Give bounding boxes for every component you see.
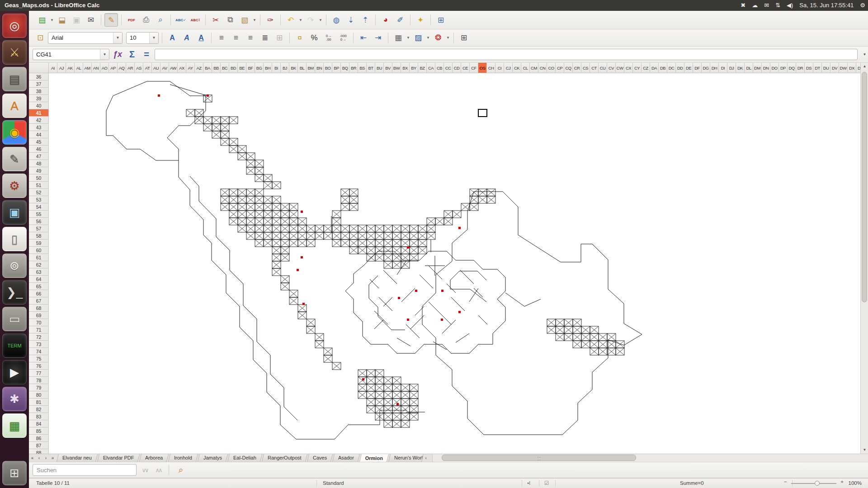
sheet-tab-elvandar-neu[interactable]: Elvandar neu	[57, 454, 98, 462]
auto-spellcheck-button[interactable]: ABC⌇	[189, 13, 202, 27]
column-header-BQ[interactable]: BQ	[341, 63, 349, 73]
cloud-sync-icon[interactable]: ☁	[752, 0, 758, 11]
column-header-CW[interactable]: CW	[616, 63, 624, 73]
column-header-AT[interactable]: AT	[143, 63, 152, 73]
column-header-AL[interactable]: AL	[75, 63, 83, 73]
launcher-security-shield[interactable]: ⚔	[2, 40, 27, 65]
window-titlebar[interactable]: Geas_Maps.ods - LibreOffice Calc ✖ ☁ ✉ ⇅…	[0, 0, 868, 11]
column-header-DL[interactable]: DL	[745, 63, 753, 73]
row-header-77[interactable]: 77	[29, 370, 48, 377]
column-headers[interactable]: AIAJAKALAMANAOAPAQARASATAUAVAWAXAYAZBABB…	[49, 63, 860, 73]
row-header-72[interactable]: 72	[29, 333, 48, 341]
column-header-DC[interactable]: DC	[667, 63, 676, 73]
hyperlink-button[interactable]: ◍	[330, 13, 343, 27]
column-header-AW[interactable]: AW	[169, 63, 178, 73]
row-header-71[interactable]: 71	[29, 326, 48, 333]
row-header-87[interactable]: 87	[29, 442, 48, 449]
column-header-DX[interactable]: DX	[848, 63, 856, 73]
column-header-CX[interactable]: CX	[624, 63, 633, 73]
row-header-83[interactable]: 83	[29, 413, 48, 420]
column-header-BB[interactable]: BB	[212, 63, 221, 73]
expand-formulabar-icon[interactable]: ▼	[861, 49, 868, 60]
column-header-CT[interactable]: CT	[590, 63, 599, 73]
row-header-64[interactable]: 64	[29, 276, 48, 283]
row-header-74[interactable]: 74	[29, 348, 48, 355]
export-pdf-button[interactable]: PDF	[125, 13, 138, 27]
column-header-BX[interactable]: BX	[401, 63, 410, 73]
column-header-CY[interactable]: CY	[633, 63, 642, 73]
vertical-scrollbar-thumb[interactable]	[862, 72, 867, 302]
bold-button[interactable]: A	[165, 31, 179, 45]
spelling-button[interactable]: ABC✓	[174, 13, 188, 27]
column-header-BY[interactable]: BY	[410, 63, 418, 73]
column-header-CC[interactable]: CC	[444, 63, 453, 73]
vertical-scrollbar[interactable]: ▲ ▼	[860, 63, 868, 454]
draw-functions-button[interactable]: ✐	[393, 13, 407, 27]
launcher-dvd-disc[interactable]: ⊚	[2, 253, 27, 278]
row-header-41[interactable]: 41	[29, 109, 48, 117]
column-header-BD[interactable]: BD	[229, 63, 238, 73]
underline-button[interactable]: A	[194, 31, 208, 45]
background-color-button-dropdown-icon[interactable]: ▼	[426, 31, 430, 45]
email-button[interactable]: ✉	[84, 13, 98, 27]
column-header-CB[interactable]: CB	[435, 63, 444, 73]
new-document-button[interactable]: ▤	[35, 13, 49, 27]
column-header-BT[interactable]: BT	[367, 63, 375, 73]
find-previous-button[interactable]: ∧∧	[153, 463, 164, 477]
column-header-DF[interactable]: DF	[693, 63, 702, 73]
launcher-text-editor[interactable]: ✎	[2, 147, 27, 171]
sort-descending-button[interactable]: ⇣	[344, 13, 358, 27]
cut-button[interactable]: ✂	[209, 13, 222, 27]
column-header-DG[interactable]: DG	[702, 63, 710, 73]
launcher-chrome-browser[interactable]: ◉	[2, 120, 27, 145]
column-header-CJ[interactable]: CJ	[504, 63, 513, 73]
column-header-AX[interactable]: AX	[178, 63, 186, 73]
zoom-in-icon[interactable]: +	[840, 479, 844, 484]
row-header-45[interactable]: 45	[29, 138, 48, 145]
column-header-DI[interactable]: DI	[719, 63, 727, 73]
spreadsheet-grid[interactable]	[49, 73, 860, 454]
redo-button-dropdown-icon[interactable]: ▼	[318, 13, 323, 27]
column-header-AV[interactable]: AV	[160, 63, 169, 73]
row-header-84[interactable]: 84	[29, 420, 48, 427]
launcher-scanner[interactable]: ▭	[2, 307, 27, 331]
row-header-85[interactable]: 85	[29, 427, 48, 435]
session-gear-icon[interactable]: ⚙	[860, 0, 865, 11]
column-header-AR[interactable]: AR	[126, 63, 135, 73]
find-next-button[interactable]: ∨∨	[139, 463, 150, 477]
align-left-button[interactable]: ≡	[215, 31, 228, 45]
column-header-BU[interactable]: BU	[375, 63, 384, 73]
tab-scroll-left-button[interactable]: ‹	[423, 454, 429, 462]
column-header-AZ[interactable]: AZ	[195, 63, 203, 73]
launcher-media-player[interactable]: ▶	[2, 360, 27, 385]
row-header-86[interactable]: 86	[29, 435, 48, 442]
launcher-terminal[interactable]: ❯_	[2, 280, 27, 305]
column-header-DN[interactable]: DN	[762, 63, 770, 73]
function-wizard-icon[interactable]: ƒx	[111, 48, 124, 61]
row-header-56[interactable]: 56	[29, 218, 48, 225]
row-header-50[interactable]: 50	[29, 174, 48, 182]
column-header-DQ[interactable]: DQ	[788, 63, 796, 73]
font-size-combobox[interactable]: 10▼	[126, 32, 159, 44]
next-sheet-button[interactable]: ›	[42, 454, 49, 462]
find-replace-button[interactable]: ⌕	[174, 463, 188, 477]
column-header-DY[interactable]: DY	[856, 63, 860, 73]
row-header-39[interactable]: 39	[29, 95, 48, 102]
row-header-48[interactable]: 48	[29, 160, 48, 167]
column-header-CF[interactable]: CF	[470, 63, 478, 73]
row-header-52[interactable]: 52	[29, 189, 48, 196]
column-header-DH[interactable]: DH	[710, 63, 719, 73]
horizontal-scrollbar[interactable]	[432, 454, 868, 462]
borders-button[interactable]: ▦	[392, 31, 405, 45]
column-header-DW[interactable]: DW	[839, 63, 848, 73]
column-header-CK[interactable]: CK	[513, 63, 521, 73]
sum-icon[interactable]: Σ	[126, 48, 138, 61]
column-header-CM[interactable]: CM	[530, 63, 538, 73]
row-header-55[interactable]: 55	[29, 211, 48, 218]
column-header-AJ[interactable]: AJ	[57, 63, 66, 73]
column-header-DP[interactable]: DP	[779, 63, 788, 73]
column-header-DR[interactable]: DR	[796, 63, 805, 73]
column-header-CR[interactable]: CR	[573, 63, 581, 73]
column-header-CH[interactable]: CH	[487, 63, 495, 73]
row-header-79[interactable]: 79	[29, 384, 48, 391]
